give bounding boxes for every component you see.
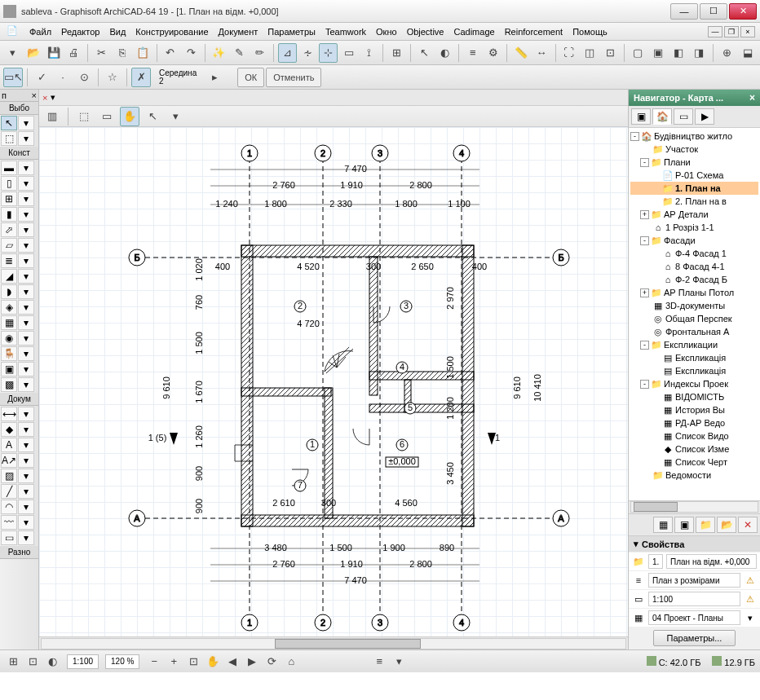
print-button[interactable]: 🖨 xyxy=(64,43,83,63)
mt-3[interactable]: ▭ xyxy=(97,107,117,126)
tree-expand-icon[interactable] xyxy=(650,184,661,193)
beam-tool-drop[interactable]: ▾ xyxy=(18,222,34,237)
cut-button[interactable]: ✂ xyxy=(92,43,111,63)
favorites-button[interactable]: ☆ xyxy=(103,68,122,87)
nav-bt-2[interactable]: ▣ xyxy=(674,517,694,533)
tree-row[interactable]: ⌂Ф-4 Фасад 1 xyxy=(630,247,758,260)
tree-row[interactable]: 📄Р-01 Схема xyxy=(630,169,758,182)
tree-row[interactable]: 📁Ведомости xyxy=(630,469,758,482)
open-button[interactable]: 📂 xyxy=(24,43,42,63)
pencil-button[interactable]: ✎ xyxy=(230,43,249,63)
shell-tool[interactable]: ◗ xyxy=(1,284,17,299)
tree-row[interactable]: +📁АР Планы Потол xyxy=(630,286,758,299)
redo-button[interactable]: ↷ xyxy=(182,43,201,63)
tree-expand-icon[interactable] xyxy=(650,393,661,402)
arrow-tool[interactable]: ↖ xyxy=(1,116,17,130)
play-button[interactable]: ▸ xyxy=(205,68,224,87)
palette-tab-pin[interactable]: п xyxy=(2,90,7,100)
nav-bt-4[interactable]: 📂 xyxy=(717,517,736,533)
tree-row[interactable]: ⌂Ф-2 Фасад Б xyxy=(630,273,758,286)
mt-6[interactable]: ▾ xyxy=(166,107,185,126)
minimize-button[interactable]: — xyxy=(670,3,698,20)
stair-tool[interactable]: ≣ xyxy=(1,253,17,268)
tree-row[interactable]: 📁1. План на xyxy=(630,182,758,195)
tree-expand-icon[interactable] xyxy=(650,445,661,454)
arc-tool[interactable]: ◠ xyxy=(1,500,17,514)
column-tool[interactable]: ▮ xyxy=(1,207,17,222)
stair-tool-drop[interactable]: ▾ xyxy=(18,253,34,268)
tree-expand-icon[interactable] xyxy=(650,354,661,363)
tree-row[interactable]: ▤Експликація xyxy=(630,351,758,364)
fill-tool-drop[interactable]: ▾ xyxy=(18,469,34,483)
tree-expand-icon[interactable] xyxy=(640,471,651,480)
drawing-canvas[interactable]: 11 22 33 44 ББ АА xyxy=(39,127,628,636)
text-tool-drop[interactable]: ▾ xyxy=(18,438,34,452)
menu-construction[interactable]: Конструирование xyxy=(130,27,213,37)
tree-row[interactable]: -🏠Будівництво житло xyxy=(630,130,758,143)
properties-header[interactable]: ▾ Свойства xyxy=(629,535,760,552)
marquee-tool[interactable]: ⬚ xyxy=(1,131,17,146)
menu-objective[interactable]: Objective xyxy=(402,27,449,37)
tree-expand-icon[interactable] xyxy=(650,249,661,258)
tree-expand-icon[interactable] xyxy=(650,171,661,180)
sb-pan[interactable]: ✋ xyxy=(205,654,221,670)
menu-cadimage[interactable]: Cadimage xyxy=(448,27,499,37)
curtain-tool-drop[interactable]: ▾ xyxy=(18,315,34,330)
door-tool-drop[interactable]: ▾ xyxy=(18,176,34,191)
tree-expand-icon[interactable] xyxy=(640,145,651,154)
snap1-button[interactable]: ⊿ xyxy=(278,43,297,63)
object-tool-drop[interactable]: ▾ xyxy=(18,346,34,361)
menu-help[interactable]: Помощь xyxy=(568,27,612,37)
tree-expand-icon[interactable] xyxy=(650,419,661,428)
menu-view[interactable]: Вид xyxy=(104,27,130,37)
tool10-button[interactable]: ▣ xyxy=(649,43,668,63)
properties-button[interactable]: Параметры... xyxy=(653,630,736,646)
mesh-tool[interactable]: ▩ xyxy=(1,377,17,392)
tree-row[interactable]: 📁Участок xyxy=(630,143,758,156)
drawing-tool-drop[interactable]: ▾ xyxy=(18,531,34,545)
dim-tool-drop[interactable]: ▾ xyxy=(18,407,34,421)
snap3-button[interactable]: ⊹ xyxy=(319,43,338,63)
snap2-button[interactable]: ∻ xyxy=(298,43,317,63)
tree-row[interactable]: ⌂1 Розріз 1-1 xyxy=(630,221,758,234)
selection-mode-button[interactable]: ▭↖ xyxy=(3,68,23,87)
save-button[interactable]: 💾 xyxy=(44,43,63,63)
mesh-tool-drop[interactable]: ▾ xyxy=(18,377,34,392)
tree-row[interactable]: -📁Фасади xyxy=(630,234,758,247)
tree-row[interactable]: +📁АР Детали xyxy=(630,208,758,221)
text-tool[interactable]: A xyxy=(1,438,17,452)
sb-orbit[interactable]: ⟳ xyxy=(263,654,280,670)
copy-button[interactable]: ⎘ xyxy=(113,43,131,63)
drawing-tool[interactable]: ▭ xyxy=(1,531,17,545)
tab-close-icon[interactable]: × xyxy=(42,93,47,103)
wall-tool[interactable]: ▬ xyxy=(1,161,17,175)
tree-expand-icon[interactable] xyxy=(640,302,651,310)
skylight-tool-drop[interactable]: ▾ xyxy=(18,300,34,315)
sb-btn-1[interactable]: ⊞ xyxy=(5,654,21,670)
tree-expand-icon[interactable] xyxy=(640,328,651,337)
wall-tool-drop[interactable]: ▾ xyxy=(18,161,34,175)
half-button[interactable]: ◐ xyxy=(435,43,454,63)
status-zoom[interactable]: 120 % xyxy=(105,654,139,669)
roof-tool[interactable]: ◢ xyxy=(1,269,17,284)
tree-row[interactable]: -📁Плани xyxy=(630,156,758,169)
tree-expand-icon[interactable]: - xyxy=(640,341,649,350)
tree-expand-icon[interactable]: - xyxy=(630,132,639,141)
curtain-tool[interactable]: ▦ xyxy=(1,315,17,330)
arc-tool-drop[interactable]: ▾ xyxy=(18,500,34,514)
menu-editor[interactable]: Редактор xyxy=(56,27,104,37)
polyline-tool[interactable]: 〰 xyxy=(1,515,17,530)
tree-row[interactable]: ▦Список Видо xyxy=(630,429,758,442)
label-tool[interactable]: A↗ xyxy=(1,453,17,468)
mdi-minimize[interactable]: — xyxy=(708,26,722,37)
tree-row[interactable]: ◎Общая Перспек xyxy=(630,312,758,325)
door-tool[interactable]: ▯ xyxy=(1,176,17,191)
geo3-button[interactable]: ⊙ xyxy=(74,68,94,87)
measure-button[interactable]: ↔ xyxy=(532,43,550,63)
nav-bt-1[interactable]: ▦ xyxy=(653,517,673,533)
nav-bt-delete[interactable]: ✕ xyxy=(738,517,758,533)
paste-button[interactable]: 📋 xyxy=(133,43,152,63)
cancel-button[interactable]: Отменить xyxy=(266,68,321,87)
settings-button[interactable]: ⚙ xyxy=(484,43,502,63)
nav-tab-viewmap[interactable]: 🏠 xyxy=(652,108,672,125)
